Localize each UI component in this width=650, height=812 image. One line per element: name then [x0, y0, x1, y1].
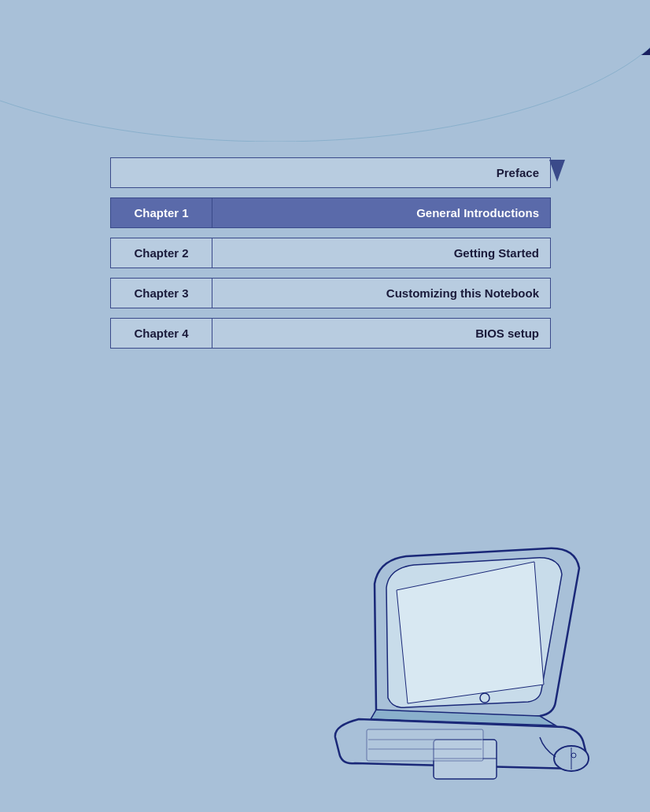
chapter-row-3[interactable]: Chapter 3 Customizing this Notebook	[110, 278, 551, 308]
chapter-row-1[interactable]: Chapter 1 General Introductions	[110, 197, 551, 228]
svg-rect-9	[367, 729, 483, 761]
chapter-3-label[interactable]: Chapter 3	[110, 278, 212, 308]
chapter-row-4[interactable]: Chapter 4 BIOS setup	[110, 318, 551, 349]
preface-label: Preface	[497, 166, 539, 179]
top-arc-decoration	[0, 0, 650, 142]
chapter-row-2[interactable]: Chapter 2 Getting Started	[110, 238, 551, 268]
chapter-2-label[interactable]: Chapter 2	[110, 238, 212, 268]
svg-marker-6	[549, 160, 565, 182]
chapter-3-title[interactable]: Customizing this Notebook	[212, 278, 551, 308]
laptop-illustration	[312, 544, 603, 781]
arrow-down-icon	[549, 160, 565, 186]
preface-box[interactable]: Preface	[110, 157, 551, 188]
chapter-2-title[interactable]: Getting Started	[212, 238, 551, 268]
chapter-1-label[interactable]: Chapter 1	[110, 197, 212, 228]
chapter-4-label[interactable]: Chapter 4	[110, 318, 212, 349]
content-area: Preface Chapter 1 General Introductions …	[110, 157, 551, 358]
chapter-1-title[interactable]: General Introductions	[212, 197, 551, 228]
preface-row: Preface	[110, 157, 551, 188]
svg-point-4	[0, 0, 650, 142]
chapter-4-title[interactable]: BIOS setup	[212, 318, 551, 349]
